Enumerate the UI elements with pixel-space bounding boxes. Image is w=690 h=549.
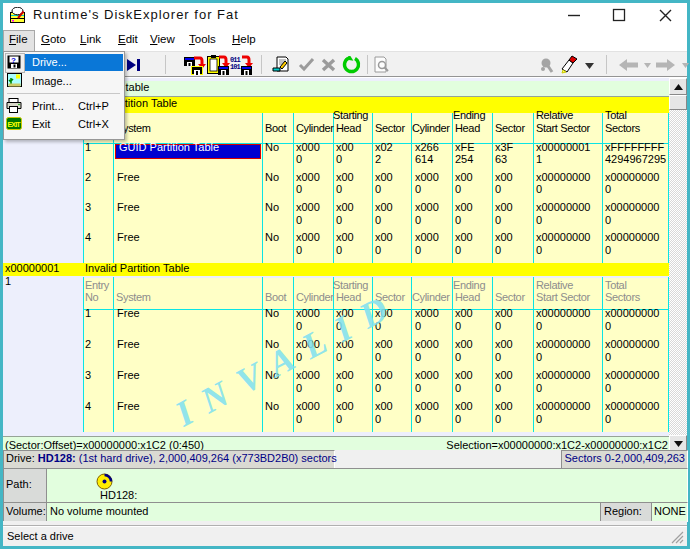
svg-text:EXIT: EXIT — [8, 121, 22, 128]
svg-text:101: 101 — [230, 63, 240, 71]
svg-text:?: ? — [11, 56, 16, 65]
